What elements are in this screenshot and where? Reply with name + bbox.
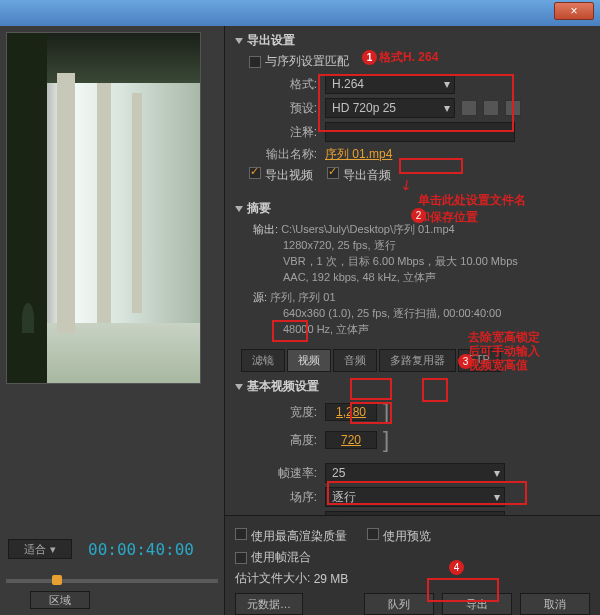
fps-dropdown[interactable]: 25: [325, 463, 505, 483]
annotation-badge: 2: [411, 208, 426, 223]
width-input[interactable]: 1,280: [325, 403, 377, 421]
annotation-badge: 3: [458, 354, 473, 369]
height-input[interactable]: 720: [325, 431, 377, 449]
timeline-track[interactable]: [6, 579, 218, 583]
est-size-value: 29 MB: [314, 572, 349, 586]
comment-input[interactable]: [325, 122, 515, 142]
metadata-button[interactable]: 元数据…: [235, 593, 303, 615]
format-label: 格式:: [235, 76, 325, 93]
playhead[interactable]: [52, 575, 62, 585]
match-sequence-label: 与序列设置匹配: [265, 53, 349, 70]
summary-output-audio: AAC, 192 kbps, 48 kHz, 立体声: [253, 269, 590, 285]
field-order-label: 场序:: [235, 489, 325, 506]
summary-output-label: 输出:: [253, 223, 278, 235]
cancel-button[interactable]: 取消: [520, 593, 590, 615]
frame-blend-checkbox[interactable]: [235, 552, 247, 564]
summary-source-seq: 序列, 序列 01: [270, 291, 335, 303]
delete-preset-icon[interactable]: [505, 100, 521, 116]
preset-dropdown[interactable]: HD 720p 25: [325, 98, 455, 118]
width-label: 宽度:: [235, 404, 325, 421]
tab-video[interactable]: 视频: [287, 349, 331, 372]
match-sequence-checkbox[interactable]: [249, 56, 261, 68]
tab-filter[interactable]: 滤镜: [241, 349, 285, 372]
video-preview: [6, 32, 201, 384]
output-name-label: 输出名称:: [235, 146, 325, 163]
annotation-badge: 4: [449, 560, 464, 575]
export-audio-label: 导出音频: [343, 168, 391, 182]
chevron-down-icon: [235, 384, 243, 390]
comment-label: 注释:: [235, 124, 325, 141]
use-preview-label: 使用预览: [383, 529, 431, 543]
export-video-checkbox[interactable]: [249, 167, 261, 179]
summary-output-path: C:\Users\July\Desktop\序列 01.mp4: [281, 223, 455, 235]
export-button[interactable]: 导出: [442, 593, 512, 615]
timecode[interactable]: 00:00:40:00: [88, 540, 194, 559]
export-video-label: 导出视频: [265, 168, 313, 182]
frame-blend-label: 使用帧混合: [251, 549, 311, 566]
export-audio-checkbox[interactable]: [327, 167, 339, 179]
chevron-down-icon: [235, 206, 243, 212]
output-name-link[interactable]: 序列 01.mp4: [325, 146, 392, 163]
tab-source-region[interactable]: 区域: [30, 591, 90, 609]
height-label: 高度:: [235, 432, 325, 449]
use-preview-checkbox[interactable]: [367, 528, 379, 540]
basic-video-header: 基本视频设置: [247, 378, 319, 395]
close-button[interactable]: ×: [554, 2, 594, 20]
max-quality-label: 使用最高渲染质量: [251, 529, 347, 543]
tab-multiplexer[interactable]: 多路复用器: [379, 349, 456, 372]
preset-label: 预设:: [235, 100, 325, 117]
preview-panel: 适合 00:00:40:00 区域: [0, 26, 225, 615]
summary-output-vbr: VBR，1 次，目标 6.00 Mbps，最大 10.00 Mbps: [253, 253, 590, 269]
format-dropdown[interactable]: H.264: [325, 74, 455, 94]
summary-header: 摘要: [247, 200, 271, 217]
chevron-down-icon: [235, 38, 243, 44]
fps-label: 帧速率:: [235, 465, 325, 482]
fit-dropdown[interactable]: 适合: [8, 539, 72, 559]
summary-output-res: 1280x720, 25 fps, 逐行: [253, 237, 590, 253]
summary-source-res: 640x360 (1.0), 25 fps, 逐行扫描, 00:00:40:00: [253, 305, 590, 321]
field-order-dropdown[interactable]: 逐行: [325, 487, 505, 507]
save-preset-icon[interactable]: [461, 100, 477, 116]
settings-panel: 导出设置 与序列设置匹配 格式:H.264 预设:HD 720p 25 注释: …: [225, 26, 600, 615]
max-quality-checkbox[interactable]: [235, 528, 247, 540]
est-size-label: 估计文件大小:: [235, 570, 310, 587]
queue-button[interactable]: 队列: [364, 593, 434, 615]
tab-audio[interactable]: 音频: [333, 349, 377, 372]
export-settings-header: 导出设置: [247, 32, 295, 49]
summary-source-audio: 48000 Hz, 立体声: [253, 321, 590, 337]
import-preset-icon[interactable]: [483, 100, 499, 116]
summary-source-label: 源:: [253, 291, 267, 303]
